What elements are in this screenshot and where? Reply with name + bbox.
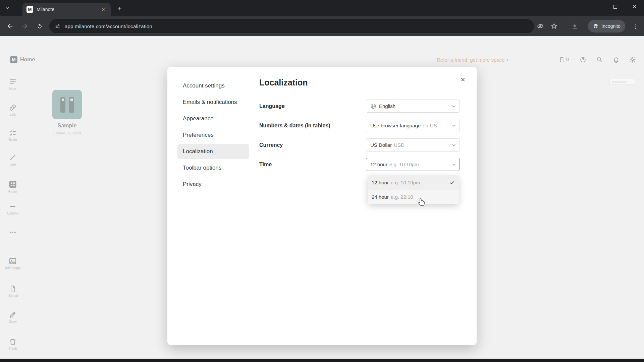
back-button[interactable] [4,20,16,32]
time-label: Time [259,162,272,167]
nav-emails-notifications[interactable]: Emails & notifications [177,95,249,110]
reload-button[interactable] [34,20,46,32]
nav-appearance[interactable]: Appearance [177,111,249,126]
chevron-down-icon [5,5,10,11]
web-page: M Home Refer a friend, get more space > … [0,36,644,359]
option-value: 12 hour [372,180,389,185]
nav-privacy[interactable]: Privacy [177,177,249,192]
language-row: Language English [259,100,460,113]
download-icon [572,23,578,29]
taskbar-strip [0,359,644,362]
localization-form: Language English Numbers & dates (in tab… [259,100,460,177]
time-option-24-hour[interactable]: 24 hour e.g. 22:10 [368,190,459,204]
browser-toolbar: app.milanote.com/account/localization In… [0,16,644,36]
url-text[interactable]: app.milanote.com/account/localization [65,23,152,29]
numbers-dates-value: Use browser language [370,123,421,128]
maximize-icon [613,5,617,9]
numbers-dates-hint: en-US [423,123,437,128]
option-hint: e.g. 10:10pm [391,180,420,185]
bookmark-button[interactable] [548,20,560,32]
globe-icon [370,103,376,109]
modal-close-button[interactable]: ✕ [458,75,468,85]
reload-icon [36,23,43,29]
browser-menu-button[interactable]: ⋮ [630,20,641,32]
check-icon [449,180,455,185]
back-arrow-icon [6,22,14,30]
window-maximize-button[interactable] [606,0,625,13]
tab-search-button[interactable] [3,3,12,13]
chevron-down-icon [451,142,457,149]
numbers-dates-label: Numbers & dates (in tables) [259,123,330,128]
nav-localization[interactable]: Localization [177,144,249,159]
incognito-badge[interactable]: Incognito [588,20,625,33]
window-close-button[interactable]: ✕ [625,0,644,13]
chevron-down-icon [451,162,457,168]
settings-modal: ✕ Account settings Emails & notification… [167,67,477,345]
eye-blocked-button[interactable] [535,20,546,32]
minimize-icon [594,7,598,7]
star-icon [551,23,557,29]
incognito-label: Incognito [601,23,621,29]
language-value: English [379,103,395,109]
language-label: Language [259,103,285,109]
time-hint: e.g. 10:10pm [389,162,419,167]
address-bar[interactable]: app.milanote.com/account/localization [49,19,534,33]
time-value: 12 hour [370,162,387,167]
tab-close-icon[interactable]: ✕ [100,6,107,13]
time-select[interactable]: 12 hour e.g. 10:10pm [366,158,460,171]
time-row: Time 12 hour e.g. 10:10pm [259,158,460,171]
currency-select[interactable]: US Dollar USD [366,138,460,152]
nav-account-settings[interactable]: Account settings [177,78,249,93]
option-value: 24 hour [372,194,389,200]
numbers-dates-row: Numbers & dates (in tables) Use browser … [259,119,460,132]
new-tab-button[interactable]: + [115,4,124,13]
forward-arrow-icon [21,22,29,30]
tab-title: Milanote [37,7,100,12]
mouse-cursor [418,198,425,207]
screen: M Milanote ✕ + ✕ app.milanote.com/accoun… [0,0,644,362]
currency-label: Currency [259,142,283,148]
forward-button[interactable] [19,20,31,32]
window-minimize-button[interactable] [587,0,606,13]
currency-hint: USD [394,142,405,148]
nav-toolbar-options[interactable]: Toolbar options [177,161,249,175]
window-controls: ✕ [587,0,644,13]
page-title: Localization [259,78,308,87]
close-icon: ✕ [633,4,637,9]
settings-nav: Account settings Emails & notifications … [177,78,249,193]
time-dropdown-menu: 12 hour e.g. 10:10pm 24 hour e.g. 22:10 [368,175,459,204]
milanote-favicon-icon: M [26,6,33,13]
browser-tabstrip: M Milanote ✕ + ✕ [0,0,644,16]
incognito-icon [593,23,599,29]
currency-row: Currency US Dollar USD [259,138,460,152]
chevron-down-icon [451,123,457,129]
hand-pointer-icon [418,198,425,206]
site-controls-icon[interactable] [55,23,61,29]
nav-preferences[interactable]: Preferences [177,128,249,142]
downloads-button[interactable] [569,20,581,32]
eye-off-icon [537,23,544,29]
numbers-dates-select[interactable]: Use browser language en-US [366,119,460,132]
currency-value: US Dollar [370,142,392,148]
time-option-12-hour[interactable]: 12 hour e.g. 10:10pm [368,175,459,190]
browser-tab[interactable]: M Milanote ✕ [22,3,111,16]
chevron-down-icon [451,104,457,110]
language-select[interactable]: English [366,100,460,113]
option-hint: e.g. 22:10 [391,194,413,200]
